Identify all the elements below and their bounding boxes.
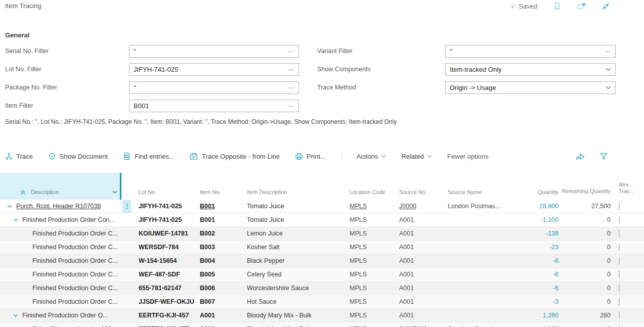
cell-description-text[interactable]: Finished Production Order C... xyxy=(32,271,118,278)
cell-source-no[interactable]: A001 xyxy=(391,312,440,319)
cell-item-no[interactable]: B007 xyxy=(197,298,244,305)
cell-item-no[interactable]: B001 xyxy=(197,216,244,223)
cell-quantity[interactable]: -3 xyxy=(502,298,562,305)
cell-lot-no[interactable]: JIFYH-741-025 xyxy=(133,216,197,223)
cell-source-no[interactable]: A001 xyxy=(391,298,440,305)
cell-quantity[interactable]: -6 xyxy=(502,285,562,292)
cell-location-code[interactable]: MPLS xyxy=(341,244,391,251)
trace-button[interactable]: Trace xyxy=(5,153,33,160)
column-header-source-no[interactable]: Source No. xyxy=(391,189,440,200)
cell-source-no[interactable]: A001 xyxy=(391,244,440,251)
filter-icon[interactable] xyxy=(600,153,608,160)
cell-already-traced[interactable] xyxy=(614,298,644,305)
column-header-quantity[interactable]: Quantity xyxy=(502,189,562,200)
already-traced-checkbox[interactable] xyxy=(619,257,620,264)
cell-description-text[interactable]: Purch. Rcpt. Header R107038 xyxy=(16,203,101,210)
minimize-page-icon[interactable] xyxy=(602,3,610,10)
cell-description-text[interactable]: Finished Production Order O... xyxy=(22,312,108,319)
column-header-location-code[interactable]: Location Code xyxy=(341,189,391,200)
column-header-item-no[interactable]: Item No. xyxy=(197,189,244,200)
cell-source-no[interactable]: A001 xyxy=(391,257,440,264)
cell-lot-no[interactable]: 655-781-62147 xyxy=(133,285,197,292)
trace-opposite-button[interactable]: Trace Opposite - from Line xyxy=(190,153,280,160)
already-traced-checkbox[interactable] xyxy=(619,216,620,223)
filter-input[interactable]: B001 … xyxy=(129,100,299,112)
find-entries-button[interactable]: Find entries... xyxy=(123,152,175,160)
expand-chevron-icon[interactable] xyxy=(13,314,22,317)
cell-quantity[interactable]: -6 xyxy=(502,271,562,278)
cell-location-code[interactable]: MPLS xyxy=(341,298,391,305)
cell-item-no[interactable]: B003 xyxy=(197,244,244,251)
table-row[interactable]: Purch. Rcpt. Header R107038 JIFYH-741-02… xyxy=(0,200,644,213)
column-scrollbar-handle[interactable] xyxy=(120,173,121,200)
cell-lot-no[interactable]: W-154-15654 xyxy=(133,257,197,264)
cell-description-text[interactable]: Finished Production Order C... xyxy=(32,244,118,251)
cell-already-traced[interactable] xyxy=(614,244,644,251)
filter-input[interactable]: Item-tracked Only xyxy=(445,63,616,76)
column-header-remaining-quantity[interactable]: Remaining Quantity xyxy=(562,188,614,200)
cell-location-code[interactable]: MPLS xyxy=(341,216,391,223)
cell-item-no[interactable]: B001 xyxy=(197,203,244,210)
already-traced-checkbox[interactable] xyxy=(619,244,620,251)
filter-input[interactable]: '' … xyxy=(129,81,299,94)
table-row[interactable]: Finished Production Order C... 655-781-6… xyxy=(0,282,644,295)
cell-lot-no[interactable]: WERSDF-784 xyxy=(133,244,197,251)
cell-location-code[interactable]: MPLS xyxy=(341,257,391,264)
column-header-source-name[interactable]: Source Name xyxy=(440,189,502,200)
collapse-all-icon[interactable] xyxy=(20,190,26,195)
filter-input[interactable]: JIFYH-741-025 … xyxy=(129,63,299,76)
column-header-lot-no[interactable]: Lot No. xyxy=(133,189,197,200)
cell-quantity[interactable]: -23 xyxy=(502,244,562,251)
share-icon[interactable] xyxy=(576,153,585,160)
cell-source-no[interactable]: A001 xyxy=(391,271,440,278)
cell-already-traced[interactable] xyxy=(614,203,644,210)
assist-edit-button[interactable]: … xyxy=(605,46,612,54)
already-traced-checkbox[interactable] xyxy=(619,230,620,237)
cell-description-text[interactable]: Finished Production Order C... xyxy=(32,257,118,264)
row-menu-button[interactable] xyxy=(122,200,131,213)
cell-already-traced[interactable] xyxy=(614,271,644,278)
table-row[interactable]: Finished Production Order C... WEF-487-S… xyxy=(0,268,644,282)
cell-source-no[interactable]: A001 xyxy=(391,216,440,223)
cell-quantity[interactable]: 28,600 xyxy=(502,203,562,210)
dropdown-chevron-icon[interactable] xyxy=(606,68,611,71)
assist-edit-button[interactable]: … xyxy=(288,82,295,90)
cell-description-text[interactable]: Finished Production Order C... xyxy=(32,230,118,237)
open-in-window-icon[interactable] xyxy=(577,3,586,10)
cell-description-text[interactable]: Finished Production Order Con... xyxy=(22,216,115,223)
filter-input[interactable]: '' … xyxy=(445,45,616,58)
column-header-description[interactable]: Description xyxy=(0,173,121,200)
cell-location-code[interactable]: MPLS xyxy=(341,203,391,210)
table-row[interactable]: Finished Production Order C... JJSDF-WEF… xyxy=(0,295,644,309)
cell-lot-no[interactable]: JJSDF-WEF-OKJU xyxy=(133,298,197,305)
cell-location-code[interactable]: MPLS xyxy=(341,230,391,237)
table-row[interactable]: Finished Production Order C... KOIUWEF-1… xyxy=(0,227,644,241)
already-traced-checkbox[interactable] xyxy=(619,298,620,305)
cell-quantity[interactable]: -138 xyxy=(502,230,562,237)
cell-item-no[interactable]: A001 xyxy=(197,312,244,319)
cell-source-no[interactable]: A001 xyxy=(391,285,440,292)
cell-quantity[interactable]: -6 xyxy=(502,257,562,264)
expand-chevron-icon[interactable] xyxy=(13,218,22,221)
already-traced-checkbox[interactable] xyxy=(619,285,620,292)
already-traced-checkbox[interactable] xyxy=(619,271,620,278)
table-row[interactable]: Finished Production Order Con... JIFYH-7… xyxy=(0,213,644,227)
cell-already-traced[interactable] xyxy=(614,230,644,237)
cell-description-text[interactable]: Finished Production Order C... xyxy=(32,298,118,305)
chevron-down-icon[interactable] xyxy=(112,191,117,194)
table-row[interactable]: Finished Production Order C... WERSDF-78… xyxy=(0,241,644,254)
cell-lot-no[interactable]: WEF-487-SDF xyxy=(133,271,197,278)
cell-lot-no[interactable]: KOIUWEF-14781 xyxy=(133,230,197,237)
table-row[interactable]: Finished Production Order O... EERTFG-KJ… xyxy=(0,309,644,322)
table-row[interactable]: Sales Shipment Header 102... EERTFG-KJI-… xyxy=(0,322,644,327)
expand-chevron-icon[interactable] xyxy=(7,205,16,208)
actions-menu[interactable]: Actions xyxy=(357,153,387,160)
cell-already-traced[interactable] xyxy=(614,216,644,223)
cell-lot-no[interactable]: EERTFG-KJI-457 xyxy=(133,312,197,319)
cell-quantity[interactable]: 1,280 xyxy=(502,312,562,319)
cell-item-no[interactable]: B005 xyxy=(197,271,244,278)
column-header-item-description[interactable]: Item Description xyxy=(244,189,341,200)
cell-quantity[interactable]: -1,100 xyxy=(502,216,562,223)
column-header-already-traced[interactable]: Alre... Trac... xyxy=(614,181,644,200)
cell-source-no[interactable]: J0000 xyxy=(391,203,440,210)
